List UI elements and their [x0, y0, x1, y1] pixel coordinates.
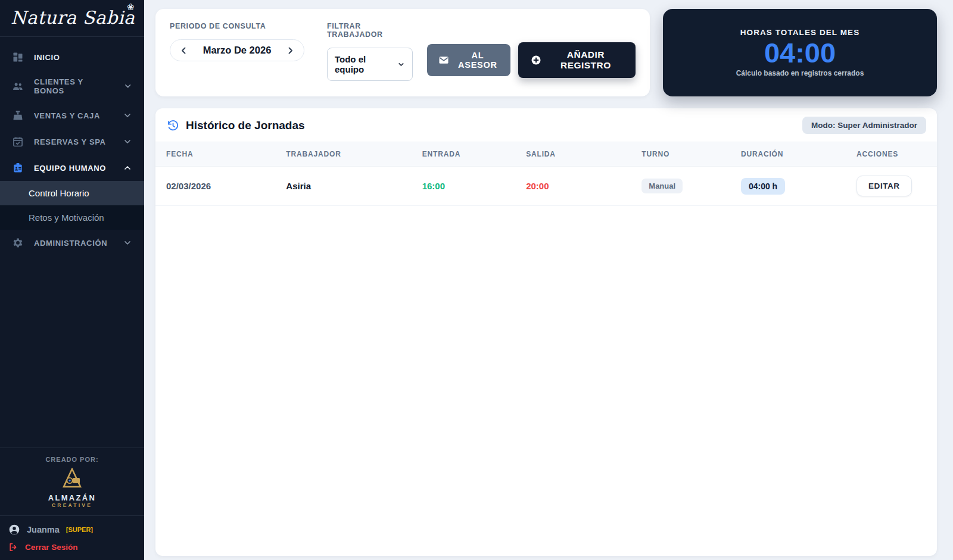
- hours-summary-card: HORAS TOTALES DEL MES 04:00 Cálculo basa…: [663, 9, 937, 96]
- col-fecha: FECHA: [155, 142, 276, 167]
- col-turno: TURNO: [632, 142, 731, 167]
- al-asesor-label: AL ASESOR: [456, 51, 500, 70]
- sidebar-item-ventas-y-caja[interactable]: VENTAS Y CAJA: [0, 102, 144, 129]
- sidebar-item-label: EQUIPO HUMANO: [34, 164, 106, 173]
- table-row: 02/03/2026 Asiria 16:00 20:00 Manual 04:…: [155, 167, 937, 206]
- flower-icon: ❀: [127, 2, 135, 12]
- col-trabajador: TRABAJADOR: [276, 142, 412, 167]
- sidebar-subitem-control-horario[interactable]: Control Horario: [0, 181, 144, 205]
- dashboard-icon: [12, 51, 24, 63]
- envelope-icon: [438, 54, 450, 66]
- user-row[interactable]: Juanma [SUPER]: [0, 515, 144, 538]
- hours-summary-title: HORAS TOTALES DEL MES: [740, 28, 859, 37]
- sidebar-subitem-retos-y-motivacion[interactable]: Retos y Motivación: [0, 205, 144, 230]
- history-card-header: Histórico de Jornadas Modo: Super Admini…: [155, 108, 937, 142]
- history-title-wrap: Histórico de Jornadas: [166, 119, 305, 132]
- user-name: Juanma: [27, 525, 60, 534]
- anadir-registro-button[interactable]: AÑADIR REGISTRO: [518, 42, 636, 78]
- sidebar-item-inicio[interactable]: INICIO: [0, 44, 144, 70]
- chevron-right-icon[interactable]: [285, 45, 295, 56]
- cell-fecha: 02/03/2026: [155, 167, 276, 206]
- chevron-down-icon: [123, 82, 132, 91]
- people-icon: [12, 80, 24, 92]
- cell-trabajador: Asiria: [276, 167, 412, 206]
- sidebar-item-label: ADMINISTRACIÓN: [34, 239, 107, 248]
- chevron-down-icon: [123, 137, 132, 146]
- worker-filter-label: FILTRAR TRABAJADOR: [327, 22, 413, 39]
- col-salida: SALIDA: [516, 142, 632, 167]
- user-role-badge: [SUPER]: [66, 526, 93, 533]
- hours-summary-caption: Cálculo basado en registros cerrados: [736, 69, 864, 77]
- sidebar-item-label: RESERVAS Y SPA: [34, 137, 106, 146]
- sidebar-item-reservas-y-spa[interactable]: RESERVAS Y SPA: [0, 129, 144, 155]
- jornadas-table: FECHA TRABAJADOR ENTRADA SALIDA TURNO DU…: [155, 142, 937, 206]
- period-label: PERIODO DE CONSULTA: [170, 22, 304, 30]
- filter-card: PERIODO DE CONSULTA Marzo De 2026 FILTRA…: [155, 9, 650, 96]
- logo-wrap: Natura Sabia❀: [0, 0, 144, 37]
- col-acciones: ACCIONES: [847, 142, 937, 167]
- sidebar-item-clientes-y-bonos[interactable]: CLIENTES Y BONOS: [0, 70, 144, 102]
- history-title: Histórico de Jornadas: [186, 119, 305, 132]
- period-selector: Marzo De 2026: [170, 39, 304, 61]
- sidebar-footer: CREADO POR: ALMAZÁN CREATIVE Juanma [SUP…: [0, 448, 144, 560]
- history-clock-icon: [166, 119, 179, 132]
- filter-actions: AL ASESOR AÑADIR REGISTRO: [427, 42, 636, 78]
- cell-entrada: 16:00: [413, 167, 516, 206]
- logout-button[interactable]: Cerrar Sesión: [0, 538, 144, 560]
- gear-icon: [12, 237, 24, 249]
- id-badge-icon: [12, 162, 24, 174]
- sidebar-item-administracion[interactable]: ADMINISTRACIÓN: [0, 230, 144, 256]
- plus-circle-icon: [530, 54, 542, 66]
- sidebar-item-label: INICIO: [34, 53, 60, 62]
- table-header-row: FECHA TRABAJADOR ENTRADA SALIDA TURNO DU…: [155, 142, 937, 167]
- period-group: PERIODO DE CONSULTA Marzo De 2026: [170, 22, 304, 61]
- duracion-badge: 04:00 h: [741, 178, 785, 195]
- chevron-down-icon: [123, 111, 132, 120]
- col-duracion: DURACIÓN: [731, 142, 847, 167]
- sidebar-item-label: CLIENTES Y BONOS: [34, 77, 113, 95]
- chevron-left-icon[interactable]: [179, 45, 189, 56]
- sidebar: Natura Sabia❀ INICIO CLIENTES Y BONOS VE…: [0, 0, 144, 560]
- worker-filter-select[interactable]: Todo el equipo: [327, 48, 413, 81]
- cell-salida: 20:00: [516, 167, 632, 206]
- brand-logo[interactable]: Natura Sabia❀: [11, 7, 133, 28]
- turno-badge: Manual: [641, 179, 683, 193]
- created-by-label: CREADO POR:: [0, 448, 144, 468]
- almazan-logo-icon: [59, 468, 85, 489]
- chevron-up-icon: [123, 163, 132, 173]
- almazan-brand-name: ALMAZÁN: [0, 493, 144, 502]
- logout-icon: [8, 542, 18, 552]
- cash-register-icon: [12, 110, 24, 121]
- almazan-brand-sub: CREATIVE: [0, 502, 144, 508]
- main-content: PERIODO DE CONSULTA Marzo De 2026 FILTRA…: [144, 0, 953, 556]
- chevron-down-icon: [397, 60, 405, 68]
- cell-duracion: 04:00 h: [731, 167, 847, 206]
- period-value: Marzo De 2026: [203, 45, 272, 56]
- worker-filter-group: FILTRAR TRABAJADOR Todo el equipo: [327, 22, 413, 81]
- user-avatar-icon: [8, 524, 20, 536]
- cell-acciones: EDITAR: [847, 167, 937, 206]
- chevron-down-icon: [123, 238, 132, 248]
- editar-button[interactable]: EDITAR: [857, 176, 912, 196]
- sidebar-item-label: VENTAS Y CAJA: [34, 111, 100, 120]
- sidebar-nav: INICIO CLIENTES Y BONOS VENTAS Y CAJA: [0, 37, 144, 256]
- cell-turno: Manual: [632, 167, 731, 206]
- almazan-brand: ALMAZÁN CREATIVE: [0, 468, 144, 515]
- sidebar-item-equipo-humano[interactable]: EQUIPO HUMANO: [0, 155, 144, 181]
- hours-summary-value: 04:00: [764, 37, 836, 68]
- al-asesor-button[interactable]: AL ASESOR: [427, 44, 510, 76]
- brand-logo-text: Natura Sabia: [11, 7, 135, 28]
- top-row: PERIODO DE CONSULTA Marzo De 2026 FILTRA…: [155, 9, 937, 96]
- col-entrada: ENTRADA: [413, 142, 516, 167]
- anadir-registro-label: AÑADIR REGISTRO: [548, 49, 624, 71]
- worker-filter-value: Todo el equipo: [335, 54, 393, 74]
- logout-label: Cerrar Sesión: [25, 543, 78, 552]
- history-card: Histórico de Jornadas Modo: Super Admini…: [155, 108, 937, 556]
- calendar-check-icon: [12, 136, 24, 148]
- mode-badge: Modo: Super Administrador: [802, 117, 926, 134]
